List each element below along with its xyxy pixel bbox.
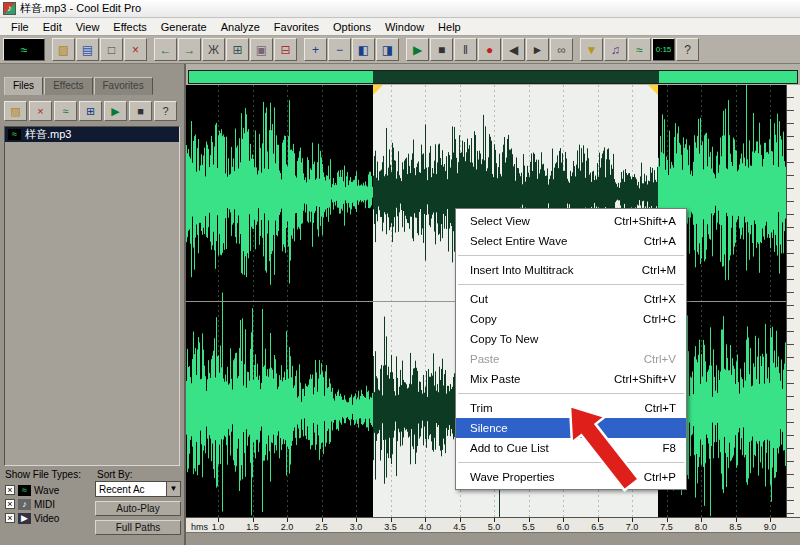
file-name: 样音.mp3 [25,127,71,142]
menu-options[interactable]: Options [326,19,378,35]
cut-button[interactable]: Ж [202,38,225,61]
menu-help[interactable]: Help [431,19,468,35]
context-menu-item-insert-into-multitrack[interactable]: Insert Into MultitrackCtrl+M [456,260,686,280]
menu-item-shortcut: Ctrl+A [644,235,676,247]
edit-file-button[interactable]: ≈ [54,101,77,121]
menu-edit[interactable]: Edit [36,19,69,35]
tick-label: 6.0 [557,522,570,532]
analyze-button[interactable]: ≈ [628,38,651,61]
overview-bar[interactable] [188,70,798,84]
context-menu: Select ViewCtrl+Shift+ASelect Entire Wav… [455,208,687,490]
open-file-button[interactable]: ▨ [52,38,75,61]
menu-analyze[interactable]: Analyze [214,19,267,35]
help-button[interactable]: ? [154,101,177,121]
trim-button[interactable]: ⊟ [274,38,297,61]
menu-file[interactable]: File [4,19,36,35]
app-window: ♪ 样音.mp3 - Cool Edit Pro FileEditViewEff… [0,0,800,545]
zoom-in-button[interactable]: + [304,38,327,61]
checkbox-video[interactable]: × [5,513,15,523]
stop-button[interactable]: ■ [430,38,453,61]
full-paths-button[interactable]: Full Paths [95,520,181,535]
zoom-full-button[interactable]: ◨ [376,38,399,61]
panel-toolbar: ▨×≈⊞▶■? [4,101,177,121]
file-list[interactable]: ≈样音.mp3 [4,126,180,466]
record-button[interactable]: ● [478,38,501,61]
tab-favorites[interactable]: Favorites [94,77,153,95]
tab-effects[interactable]: Effects [44,77,92,95]
waveform-multitrack-toggle-button[interactable]: ≈ [3,38,45,61]
show-file-types-label: Show File Types: [5,469,81,480]
dropdown-arrow-icon[interactable]: ▼ [166,482,180,496]
auto-play-button[interactable]: Auto-Play [95,501,181,516]
menu-item-shortcut: Ctrl+X [644,293,676,305]
menu-item-label: Select View [470,215,530,227]
undo-button[interactable]: ← [154,38,177,61]
tick-label: 7.5 [660,522,673,532]
tick-label: 3.0 [350,522,363,532]
insert-multitrack-button[interactable]: ⊞ [79,101,102,121]
menu-item-label: Select Entire Wave [470,235,567,247]
zoom-selection-button[interactable]: ◧ [352,38,375,61]
tick-label: 2.5 [315,522,328,532]
context-menu-item-copy-to-new[interactable]: Copy To New [456,329,686,349]
overview-selection[interactable] [373,71,659,83]
checkbox-wave[interactable]: × [5,485,15,495]
context-menu-item-select-entire-wave[interactable]: Select Entire WaveCtrl+A [456,231,686,251]
menu-separator [458,462,684,463]
menu-generate[interactable]: Generate [154,19,214,35]
toolbar-separator [148,38,153,61]
filter-label: Wave [34,485,59,496]
context-menu-item-paste[interactable]: PasteCtrl+V [456,349,686,369]
panel-tabs: FilesEffectsFavorites [4,77,153,95]
menu-item-label: Paste [470,353,499,365]
pause-button[interactable]: ‖ [454,38,477,61]
menu-item-label: Trim [470,402,493,414]
type-filters: ×≈Wave×♪MIDI×▶Video [5,483,59,525]
tick-label: 3.5 [384,522,397,532]
tick-label: 1.5 [246,522,259,532]
marker-button[interactable]: ▼ [580,38,603,61]
play-file-button[interactable]: ▶ [104,101,127,121]
new-file-button[interactable]: □ [100,38,123,61]
menu-favorites[interactable]: Favorites [267,19,326,35]
zoom-out-button[interactable]: − [328,38,351,61]
menu-window[interactable]: Window [378,19,431,35]
paste-button[interactable]: ▣ [250,38,273,61]
stop-file-button[interactable]: ■ [129,101,152,121]
close-file-button[interactable]: × [29,101,52,121]
context-menu-item-select-view[interactable]: Select ViewCtrl+Shift+A [456,211,686,231]
tab-files[interactable]: Files [4,77,43,95]
menu-separator [458,284,684,285]
toolbar-separator [46,38,51,61]
open-file-button[interactable]: ▨ [4,101,27,121]
context-menu-item-mix-paste[interactable]: Mix PasteCtrl+Shift+V [456,369,686,389]
menu-item-shortcut: Ctrl+C [643,313,676,325]
help-button[interactable]: ? [676,38,699,61]
redo-button[interactable]: → [178,38,201,61]
file-organizer-panel: FilesEffectsFavorites ▨×≈⊞▶■? ≈样音.mp3 Sh… [0,64,186,545]
menu-item-shortcut: Ctrl+V [644,353,676,365]
rewind-button[interactable]: ◀ [502,38,525,61]
context-menu-item-cut[interactable]: CutCtrl+X [456,289,686,309]
time-display[interactable]: 0:15 [652,38,675,61]
menu-item-label: Cut [470,293,488,305]
menu-effects[interactable]: Effects [106,19,153,35]
menu-item-shortcut: Ctrl+Shift+A [614,215,676,227]
checkbox-midi[interactable]: × [5,499,15,509]
amplitude-ruler[interactable] [786,85,800,517]
menu-separator [458,393,684,394]
context-menu-item-copy[interactable]: CopyCtrl+C [456,309,686,329]
file-item[interactable]: ≈样音.mp3 [5,127,179,142]
close-file-button[interactable]: × [124,38,147,61]
play-button[interactable]: ▶ [406,38,429,61]
save-file-button[interactable]: ▤ [76,38,99,61]
sort-combo[interactable]: Recent Ac ▼ [95,481,181,497]
toolbar-separator [574,38,579,61]
context-menu-item-wave-properties[interactable]: Wave PropertiesCtrl+P [456,467,686,487]
copy-button[interactable]: ⊞ [226,38,249,61]
audio-file-icon: ≈ [8,129,21,140]
fast-forward-button[interactable]: ► [526,38,549,61]
loop-button[interactable]: ∞ [550,38,573,61]
menu-view[interactable]: View [69,19,107,35]
mixdown-button[interactable]: ♫ [604,38,627,61]
